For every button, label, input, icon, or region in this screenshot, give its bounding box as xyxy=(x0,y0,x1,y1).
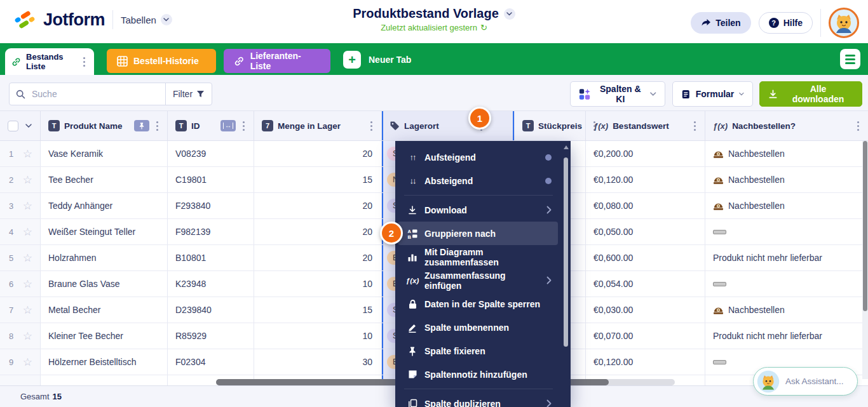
cell-menge[interactable]: 20 xyxy=(254,245,382,270)
star-icon[interactable]: ☆ xyxy=(23,149,32,159)
tab-lieferanten-liste[interactable]: Lieferanten-Liste xyxy=(224,49,330,73)
cell-menge[interactable]: 15 xyxy=(254,167,382,192)
cell-bestandswert[interactable]: €0,600.00 xyxy=(586,245,705,270)
cell-id[interactable]: C19801 xyxy=(168,167,254,192)
row-header[interactable]: 6☆ xyxy=(0,271,41,297)
cell-produkt-name[interactable]: Tee Becher xyxy=(41,167,168,192)
search-box[interactable] xyxy=(10,88,165,100)
cell-bestandswert[interactable]: €0,030.00 xyxy=(586,297,705,323)
help-button[interactable]: ? Hilfe xyxy=(759,12,813,34)
column-menu-dots-icon[interactable] xyxy=(857,125,859,127)
column-header-nachbestellen[interactable]: ƒ(x) Nachbestellen? xyxy=(705,111,868,140)
tab-bestands-liste[interactable]: Bestands Liste xyxy=(5,48,94,75)
chevron-down-icon[interactable] xyxy=(25,124,32,128)
cell-nachbestellen[interactable]: Nachbestellen xyxy=(705,167,868,192)
cell-bestandswert[interactable]: €0,070.00 xyxy=(586,323,705,349)
cell-nachbestellen[interactable]: Nachbestellen xyxy=(705,297,868,323)
cell-id[interactable]: F02304 xyxy=(168,349,254,375)
filter-button[interactable]: Filter xyxy=(165,83,212,105)
cell-menge[interactable]: 20 xyxy=(254,141,382,166)
star-icon[interactable]: ☆ xyxy=(23,279,32,290)
menu-item-spaltennotiz-hinzufügen[interactable]: Spaltennotiz hinzufügen xyxy=(395,363,562,386)
row-header[interactable]: 4☆ xyxy=(0,219,41,244)
row-header[interactable]: 3☆ xyxy=(0,193,41,218)
cell-produkt-name[interactable]: Braune Glas Vase xyxy=(41,271,168,297)
cell-nachbestellen[interactable]: Nachbestellen xyxy=(705,193,868,218)
cell-produkt-name[interactable]: Weißer Steingut Teller xyxy=(41,219,168,244)
column-header-produkt-name[interactable]: T Produkt Name xyxy=(41,111,168,140)
cell-id[interactable]: R85929 xyxy=(168,323,254,349)
cell-id[interactable]: D239840 xyxy=(168,297,254,323)
column-header-lagerort[interactable]: Lagerort xyxy=(382,111,515,140)
menu-item-gruppieren-nach[interactable]: ABGruppieren nach xyxy=(398,222,558,245)
cell-menge[interactable]: 20 xyxy=(254,193,382,218)
search-input[interactable] xyxy=(31,88,128,100)
pin-icon[interactable] xyxy=(134,120,149,131)
columns-ai-button[interactable]: Spalten & KI xyxy=(570,81,665,107)
column-header-menge[interactable]: 7 Menge in Lager xyxy=(254,111,382,140)
column-header-id[interactable]: T ID ↔ xyxy=(168,111,254,140)
tab-list-button[interactable] xyxy=(840,49,860,69)
cell-menge[interactable]: 20 xyxy=(254,219,382,244)
cell-menge[interactable]: 10 xyxy=(254,323,382,349)
cell-menge[interactable]: 10 xyxy=(254,271,382,297)
refresh-icon[interactable]: ↻ xyxy=(480,23,487,32)
cell-nachbestellen[interactable]: Nachbestellen xyxy=(705,141,868,166)
cell-produkt-name[interactable]: Holzrahmen xyxy=(41,245,168,270)
menu-item-spalte-fixieren[interactable]: Spalte fixieren xyxy=(395,339,562,363)
cell-nachbestellen[interactable]: Produkt nicht mehr lieferbar xyxy=(705,323,868,349)
row-header[interactable]: 7☆ xyxy=(0,297,41,323)
title-chevron-down-icon[interactable] xyxy=(504,8,515,20)
cell-bestandswert[interactable]: €0,054.00 xyxy=(586,271,705,297)
cell-menge[interactable]: 15 xyxy=(254,297,382,323)
menu-item-absteigend[interactable]: ↓↓Absteigend xyxy=(395,169,562,192)
cell-produkt-name[interactable]: Kleiner Tee Becher xyxy=(41,323,168,349)
menu-item-mit-diagramm-zusammenfassen[interactable]: Mit Diagramm zusammenfassen xyxy=(395,245,562,269)
ask-assistant-widget[interactable]: Ask Assistant... xyxy=(753,367,858,396)
row-header[interactable]: 8☆ xyxy=(0,323,41,349)
menu-scrollbar-thumb[interactable] xyxy=(564,157,568,347)
row-header[interactable]: 1☆ xyxy=(0,141,41,166)
row-header[interactable]: 2☆ xyxy=(0,167,41,192)
column-menu-dots-icon[interactable] xyxy=(156,125,158,127)
tab-bestell-historie[interactable]: Bestell-Historie xyxy=(107,49,216,73)
row-header[interactable]: 9☆ xyxy=(0,349,41,375)
menu-item-daten-in-der-spalte-sperren[interactable]: Daten in der Spalte sperren xyxy=(395,292,562,316)
user-avatar[interactable] xyxy=(829,8,859,38)
new-tab-button[interactable]: + Neuer Tab xyxy=(343,51,411,69)
menu-item-zusammenfassung-einfügen[interactable]: ƒ(x)Zusammenfassung einfügen xyxy=(395,269,562,292)
share-button[interactable]: Teilen xyxy=(691,12,750,34)
star-icon[interactable]: ☆ xyxy=(23,201,32,211)
cell-bestandswert[interactable]: €0,120.00 xyxy=(586,349,705,375)
download-all-button[interactable]: Alle downloaden xyxy=(759,81,862,107)
cell-produkt-name[interactable]: Vase Keramik xyxy=(41,141,168,166)
column-header-bestandswert[interactable]: ƒ(x) Bestandswert xyxy=(586,111,705,140)
column-menu-dots-icon[interactable] xyxy=(243,125,245,127)
column-header-stueckpreis[interactable]: T Stückpreis xyxy=(515,111,586,140)
star-icon[interactable]: ☆ xyxy=(23,357,32,368)
cell-id[interactable]: B10801 xyxy=(168,245,254,270)
form-button[interactable]: Formular xyxy=(672,81,753,107)
cell-id[interactable]: F293840 xyxy=(168,193,254,218)
cell-id[interactable]: V08239 xyxy=(168,141,254,166)
cell-nachbestellen[interactable] xyxy=(705,219,868,244)
cell-bestandswert[interactable]: €0,080.00 xyxy=(586,193,705,218)
menu-item-aufsteigend[interactable]: ↑↑Aufsteigend xyxy=(395,145,562,169)
cell-menge[interactable]: 30 xyxy=(254,349,382,375)
row-header[interactable]: 5☆ xyxy=(0,245,41,270)
cell-produkt-name[interactable]: Teddy Anhänger xyxy=(41,193,168,218)
star-icon[interactable]: ☆ xyxy=(23,227,32,237)
row-select-header[interactable] xyxy=(0,111,41,140)
cell-id[interactable]: F982139 xyxy=(168,219,254,244)
vertical-scrollbar[interactable] xyxy=(862,141,868,379)
select-all-checkbox[interactable] xyxy=(8,121,18,131)
star-icon[interactable]: ☆ xyxy=(23,253,32,264)
star-icon[interactable]: ☆ xyxy=(23,305,32,316)
resize-icon[interactable]: ↔ xyxy=(220,120,236,131)
menu-scrollbar[interactable] xyxy=(562,141,571,407)
chevron-down-icon[interactable] xyxy=(161,14,172,25)
menu-item-download[interactable]: Download xyxy=(395,198,562,222)
vertical-scrollbar-thumb[interactable] xyxy=(863,141,867,311)
cell-produkt-name[interactable]: Hölzerner Beistelltisch xyxy=(41,349,168,375)
cell-nachbestellen[interactable]: Produkt nicht mehr lieferbar xyxy=(705,245,868,270)
